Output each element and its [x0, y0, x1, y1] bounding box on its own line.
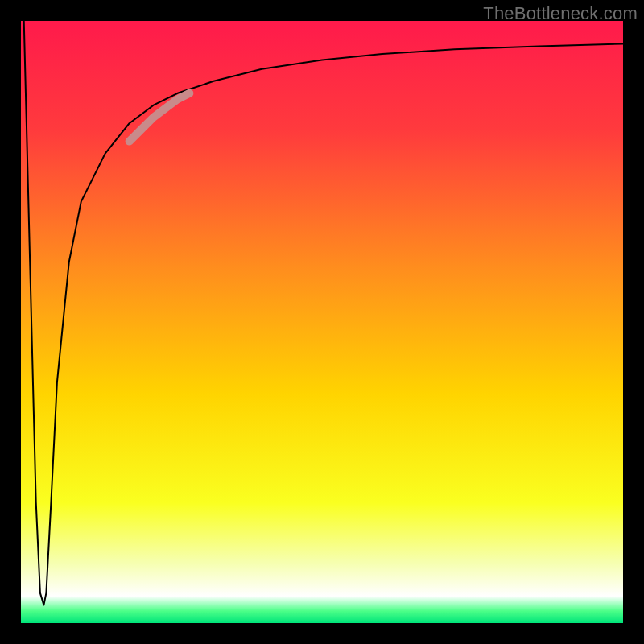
gradient-background: [21, 21, 623, 623]
chart-frame: TheBottleneck.com: [0, 0, 644, 644]
bottleneck-chart: [21, 21, 623, 623]
watermark-text: TheBottleneck.com: [483, 3, 638, 24]
